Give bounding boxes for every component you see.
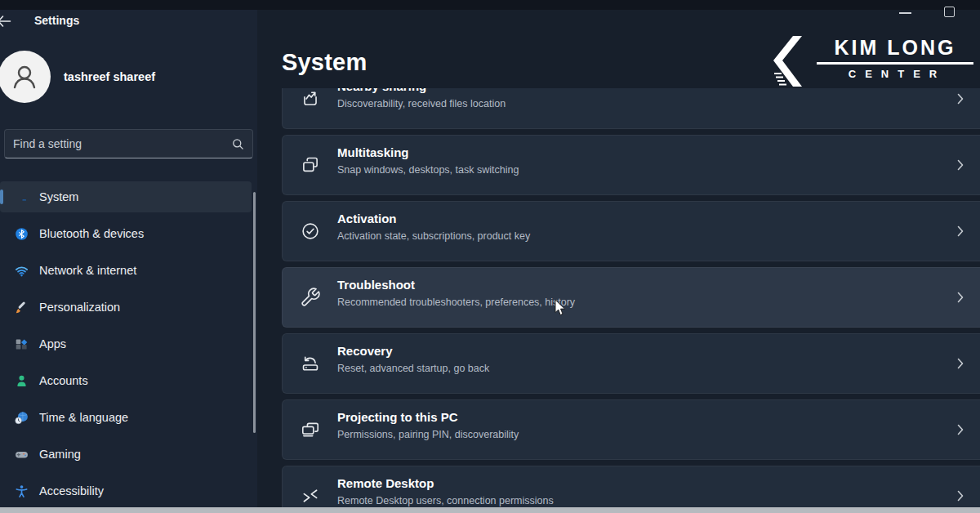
chevron-right-icon — [957, 424, 964, 435]
bottom-edge-bar — [0, 507, 980, 513]
sidebar-item-network-internet[interactable]: Network & internet — [0, 255, 252, 286]
sidebar-item-label: Bluetooth & devices — [39, 227, 144, 240]
sidebar-item-label: Apps — [39, 337, 66, 350]
page-title: System — [282, 49, 367, 76]
sidebar-item-label: System — [39, 190, 78, 203]
time-language-icon — [15, 411, 29, 425]
sidebar-item-gaming[interactable]: Gaming — [0, 439, 252, 470]
card-subtitle: Snap windows, desktops, task switching — [337, 164, 519, 176]
back-arrow-icon[interactable] — [0, 13, 11, 29]
sidebar-item-label: Time & language — [39, 411, 128, 424]
sidebar-item-accessibility[interactable]: Accessibility — [0, 475, 252, 506]
user-name: tashreef shareef — [64, 70, 155, 83]
troubleshoot-icon — [300, 287, 321, 308]
search-icon[interactable] — [232, 138, 244, 150]
kim-long-center-logo: KIM LONG CENTER — [766, 33, 978, 91]
minimize-button[interactable] — [899, 12, 911, 14]
chevron-right-icon — [957, 292, 964, 303]
settings-card-activation[interactable]: Activation Activation state, subscriptio… — [282, 201, 980, 261]
activation-icon — [300, 221, 321, 242]
sidebar-item-system[interactable]: System — [0, 181, 252, 212]
logo-line1: KIM LONG — [817, 36, 973, 60]
sidebar-item-label: Accounts — [39, 374, 88, 387]
card-subtitle: Permissions, pairing PIN, discoverabilit… — [337, 429, 519, 440]
network-icon — [15, 264, 29, 278]
search-input[interactable] — [13, 137, 232, 150]
card-title: Remote Desktop — [337, 476, 434, 490]
logo-chevron-icon — [773, 34, 813, 90]
chevron-right-icon — [957, 159, 964, 171]
logo-divider — [817, 62, 973, 65]
accounts-icon — [15, 374, 29, 388]
sidebar-item-label: Personalization — [39, 301, 120, 314]
titlebar-strip — [0, 0, 980, 10]
app-title: Settings — [34, 14, 79, 27]
sidebar-nav: System Bluetooth & devices Network & int… — [0, 181, 252, 506]
personalization-icon — [15, 301, 29, 314]
accessibility-icon — [15, 484, 29, 498]
sidebar-item-label: Network & internet — [39, 264, 136, 277]
settings-card-list: Nearby sharing Discoverability, received… — [282, 69, 980, 513]
sidebar: Settings tashreef shareef System Bluetoo… — [0, 0, 257, 513]
sidebar-item-accounts[interactable]: Accounts — [0, 365, 252, 396]
settings-card-projecting-to-this-pc[interactable]: Projecting to this PC Permissions, pairi… — [282, 399, 980, 460]
recovery-icon — [300, 353, 321, 374]
settings-card-recovery[interactable]: Recovery Reset, advanced startup, go bac… — [282, 333, 980, 394]
sidebar-scrollbar[interactable] — [253, 192, 256, 433]
card-subtitle: Discoverability, received files location — [337, 98, 506, 109]
card-title: Troubleshoot — [337, 278, 415, 292]
settings-card-remote-desktop[interactable]: Remote Desktop Remote Desktop users, con… — [282, 466, 980, 513]
multitasking-icon — [300, 154, 321, 176]
card-subtitle: Reset, advanced startup, go back — [337, 363, 489, 374]
sidebar-item-apps[interactable]: Apps — [0, 328, 252, 359]
search-box[interactable] — [4, 129, 253, 158]
projecting-icon — [300, 419, 321, 440]
chevron-right-icon — [957, 225, 964, 237]
sidebar-item-time-language[interactable]: Time & language — [0, 402, 252, 433]
remote-desktop-icon — [300, 485, 321, 506]
bluetooth-icon — [15, 227, 29, 241]
nearby-sharing-icon — [300, 88, 321, 109]
card-title: Multitasking — [337, 145, 409, 159]
chevron-right-icon — [957, 490, 964, 502]
card-subtitle: Remote Desktop users, connection permiss… — [337, 495, 554, 506]
avatar — [0, 51, 51, 103]
card-subtitle: Activation state, subscriptions, product… — [337, 230, 530, 242]
chevron-right-icon — [957, 93, 964, 105]
maximize-button[interactable] — [944, 7, 955, 17]
settings-card-multitasking[interactable]: Multitasking Snap windows, desktops, tas… — [282, 135, 980, 195]
sidebar-item-label: Gaming — [39, 448, 81, 461]
card-title: Projecting to this PC — [337, 410, 458, 424]
apps-icon — [15, 337, 29, 351]
sidebar-item-label: Accessibility — [39, 484, 104, 497]
card-title: Recovery — [337, 344, 393, 358]
settings-card-troubleshoot[interactable]: Troubleshoot Recommended troubleshooters… — [282, 267, 980, 328]
gaming-icon — [15, 448, 29, 462]
card-title: Activation — [337, 212, 397, 225]
sidebar-item-bluetooth-devices[interactable]: Bluetooth & devices — [0, 218, 252, 249]
mouse-cursor — [555, 299, 568, 317]
settings-window: Settings tashreef shareef System Bluetoo… — [0, 0, 980, 513]
chevron-right-icon — [957, 358, 964, 369]
card-subtitle: Recommended troubleshooters, preferences… — [337, 297, 575, 308]
sidebar-item-personalization[interactable]: Personalization — [0, 292, 252, 323]
logo-line2: CENTER — [821, 68, 973, 80]
person-icon — [8, 60, 41, 93]
system-icon — [15, 190, 29, 204]
